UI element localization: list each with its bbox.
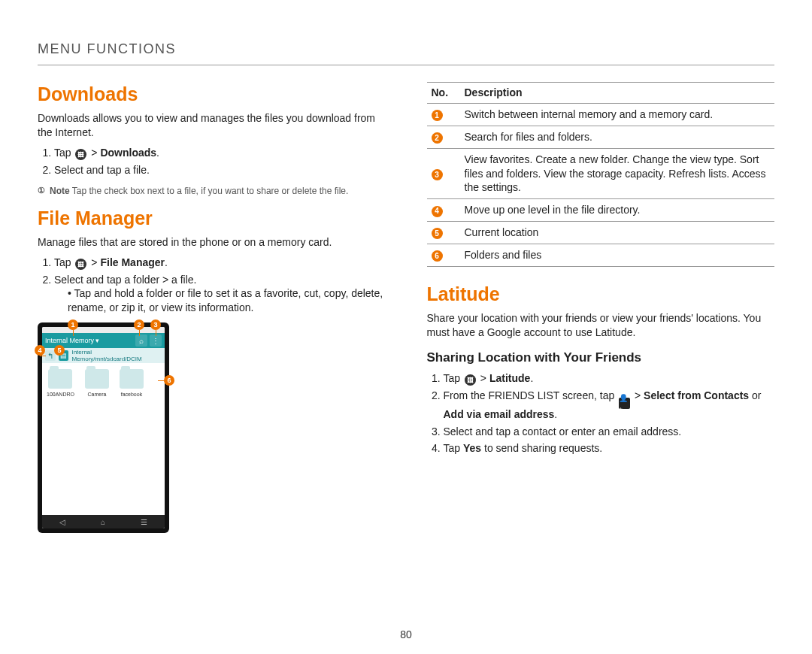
callout-6: 6 xyxy=(164,375,174,386)
text: Select and tap a folder > a file. xyxy=(54,274,197,286)
text: > xyxy=(88,147,100,159)
page-header: MENU FUNCTIONS xyxy=(38,41,774,65)
text: Tap xyxy=(54,147,74,159)
text: Tap xyxy=(54,256,74,268)
text: . xyxy=(165,256,168,268)
col-desc: Description xyxy=(460,83,775,104)
breadcrumb-text: Internal Memory/mnt/sdcard/DCIM xyxy=(71,349,162,362)
table-row: 1Switch between internal memory and a me… xyxy=(427,103,775,126)
table-row: 5Current location xyxy=(427,222,775,244)
note-label: Note xyxy=(50,186,70,196)
latitude-intro: Share your location with your friends or… xyxy=(427,311,775,340)
text: . xyxy=(156,147,159,159)
right-column: No. Description 1Switch between internal… xyxy=(427,79,775,533)
add-contact-icon: 👤₊ xyxy=(619,398,630,409)
row-desc: Current location xyxy=(460,222,775,244)
folder-label: Camera xyxy=(88,392,107,397)
callout-line xyxy=(156,330,156,336)
row-desc: Search for files and folders. xyxy=(460,126,775,148)
content-columns: Downloads Downloads allows you to view a… xyxy=(38,79,774,533)
fm-step-2: Select and tap a folder > a file. Tap an… xyxy=(54,273,386,316)
note-icon: ① xyxy=(38,185,45,197)
downloads-step-2: Select and tap a file. xyxy=(54,163,386,177)
recent-icon[interactable]: ☰ xyxy=(141,518,147,526)
phone-screen: Internal Memory ⌕ ⋮ ↰ ▤ Internal Memory/… xyxy=(42,327,165,528)
row-desc: Switch between internal memory and a mem… xyxy=(460,103,775,126)
text: or xyxy=(749,389,761,401)
note-text: Note Tap the check box next to a file, i… xyxy=(50,185,348,197)
statusbar xyxy=(42,327,165,333)
lat-step-1: Tap > Latitude. xyxy=(444,371,775,386)
callout-line xyxy=(158,380,164,381)
text: . xyxy=(554,408,557,420)
table-row: 2Search for files and folders. xyxy=(427,126,775,148)
folder-icon xyxy=(120,369,144,389)
latitude-subhead: Sharing Location with Your Friends xyxy=(427,350,775,365)
text: > xyxy=(632,389,644,401)
fm-bullet: Tap and hold a folder or file to set it … xyxy=(68,286,386,315)
filemanager-heading: File Manager xyxy=(38,207,386,229)
table-row: 6Folders and files xyxy=(427,244,775,267)
downloads-steps: Tap > Downloads. Select and tap a file. xyxy=(38,146,386,177)
row-badge: 3 xyxy=(432,169,443,180)
text: Tap xyxy=(444,372,463,384)
lat-bold: Add via email address xyxy=(444,408,555,420)
row-badge: 1 xyxy=(432,110,443,121)
home-icon[interactable]: ⌂ xyxy=(101,518,105,526)
latitude-steps: Tap > Latitude. From the FRIENDS LIST sc… xyxy=(427,371,775,456)
row-badge: 6 xyxy=(432,250,443,262)
apps-icon xyxy=(75,149,86,160)
folder-label: 100ANDRO xyxy=(47,392,74,397)
callout-line xyxy=(139,330,140,336)
note: ① Note Tap the check box next to a file,… xyxy=(38,185,386,197)
latitude-heading: Latitude xyxy=(427,283,775,305)
row-badge: 2 xyxy=(432,132,443,144)
page-number: 80 xyxy=(0,628,812,640)
text: to send sharing requests. xyxy=(481,442,602,454)
text: . xyxy=(530,372,533,384)
text: From the FRIENDS LIST screen, tap xyxy=(444,389,618,401)
lat-bold: Latitude xyxy=(489,372,530,384)
text: > xyxy=(88,256,100,268)
table-row: 3View favorites. Create a new folder. Ch… xyxy=(427,148,775,199)
apps-icon xyxy=(465,374,476,386)
downloads-step-1: Tap > Downloads. xyxy=(54,146,386,160)
folder-item[interactable]: 100ANDRO xyxy=(47,369,74,509)
menu-icon[interactable]: ⋮ xyxy=(150,335,162,347)
folder-item[interactable]: Camera xyxy=(85,369,109,509)
row-desc: Move up one level in the file directory. xyxy=(460,199,775,222)
folder-icon xyxy=(48,369,72,389)
filemanager-steps: Tap > File Manager. Select and tap a fol… xyxy=(38,256,386,316)
fm-bold: File Manager xyxy=(100,256,165,268)
table-row: 4Move up one level in the file directory… xyxy=(427,199,775,222)
description-table: No. Description 1Switch between internal… xyxy=(427,82,775,267)
text: > xyxy=(477,372,489,384)
lat-step-2: From the FRIENDS LIST screen, tap 👤₊ > S… xyxy=(444,389,775,422)
lat-bold: Select from Contacts xyxy=(644,389,749,401)
filemanager-intro: Manage files that are stored in the phon… xyxy=(38,235,386,250)
row-desc: Folders and files xyxy=(460,244,775,267)
android-navbar: ◁ ⌂ ☰ xyxy=(42,515,165,528)
note-body: Tap the check box next to a file, if you… xyxy=(70,186,349,196)
left-column: Downloads Downloads allows you to view a… xyxy=(38,79,386,533)
downloads-bold: Downloads xyxy=(100,147,156,159)
search-icon[interactable]: ⌕ xyxy=(135,335,147,347)
lat-step-3: Select and tap a contact or enter an ema… xyxy=(444,425,775,439)
lat-step-4: Tap Yes to send sharing requests. xyxy=(444,441,775,456)
folder-icon xyxy=(85,369,109,389)
apps-icon xyxy=(75,259,86,270)
fm-step-1: Tap > File Manager. xyxy=(54,256,386,270)
folder-item[interactable]: facebook xyxy=(120,369,144,509)
row-badge: 4 xyxy=(432,206,443,217)
row-badge: 5 xyxy=(432,228,443,239)
row-desc: View favorites. Create a new folder. Cha… xyxy=(460,148,775,199)
downloads-intro: Downloads allows you to view and manages… xyxy=(38,111,386,140)
text: Tap xyxy=(444,442,463,454)
col-no: No. xyxy=(427,83,460,104)
memory-selector[interactable]: Internal Memory xyxy=(45,337,133,344)
back-icon[interactable]: ◁ xyxy=(59,518,65,526)
fm-sublist: Tap and hold a folder or file to set it … xyxy=(54,286,386,315)
lat-bold: Yes xyxy=(463,442,481,454)
downloads-heading: Downloads xyxy=(38,83,386,105)
phone-screenshot: Internal Memory ⌕ ⋮ ↰ ▤ Internal Memory/… xyxy=(38,322,169,533)
